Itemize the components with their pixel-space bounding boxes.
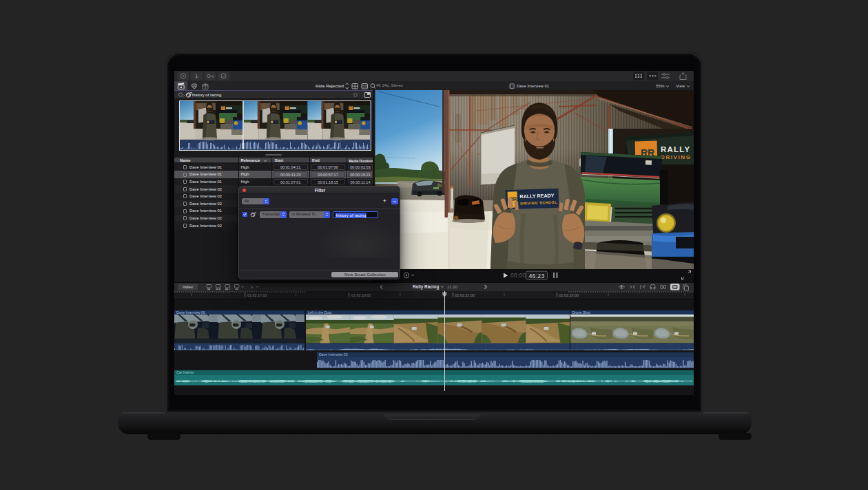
svg-text:00:00: 00:00 bbox=[510, 272, 526, 279]
svg-text:01:02:23:00: 01:02:23:00 bbox=[559, 293, 579, 297]
svg-text:Hide Rejected: Hide Rejected bbox=[316, 83, 344, 88]
svg-text:Index: Index bbox=[183, 284, 194, 289]
svg-text:55%: 55% bbox=[656, 83, 665, 88]
svg-text:View: View bbox=[676, 83, 685, 88]
svg-text:Dave Interview 01: Dave Interview 01 bbox=[517, 84, 549, 88]
svg-text:11:20: 11:20 bbox=[447, 284, 458, 289]
svg-text:01:02:19:00: 01:02:19:00 bbox=[351, 293, 371, 297]
svg-text:Rally Racing: Rally Racing bbox=[413, 284, 439, 290]
svg-text:RALLY: RALLY bbox=[519, 193, 536, 200]
svg-text:RALLY: RALLY bbox=[661, 145, 690, 153]
svg-text:READY: READY bbox=[537, 192, 555, 199]
svg-text:46:23: 46:23 bbox=[528, 273, 544, 279]
svg-text:DRIVING: DRIVING bbox=[661, 154, 692, 160]
svg-text:01:02:21:00: 01:02:21:00 bbox=[455, 293, 475, 297]
svg-text:01:02:17:00: 01:02:17:00 bbox=[247, 293, 267, 297]
